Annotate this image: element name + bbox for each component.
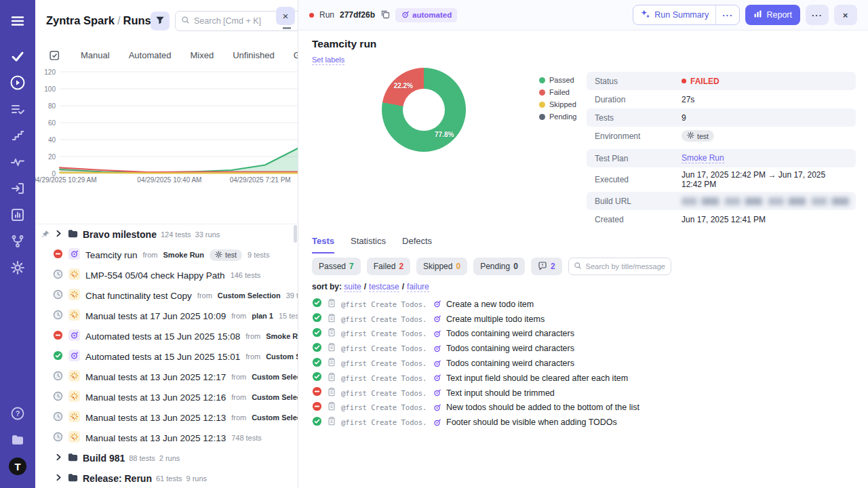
filter-pending-pill[interactable]: Pending0 xyxy=(473,258,525,275)
tab-tests[interactable]: Tests xyxy=(312,236,334,253)
tab-defects[interactable]: Defects xyxy=(402,236,432,253)
test-plan-link[interactable]: Smoke Run xyxy=(682,153,724,163)
run-summary-more-button[interactable]: ··· xyxy=(715,5,739,24)
tab-unfinished[interactable]: Unfinished xyxy=(223,46,283,64)
test-row[interactable]: @first Create Todos...Todos containing w… xyxy=(312,327,854,342)
chevron-right-icon[interactable] xyxy=(54,453,63,464)
chevron-right-icon[interactable] xyxy=(54,229,63,240)
test-title[interactable]: Text input should be trimmed xyxy=(446,388,555,398)
test-title[interactable]: Todos containing weird characters xyxy=(446,329,574,338)
filter-failed-pill[interactable]: Failed2 xyxy=(367,258,410,275)
automated-icon xyxy=(433,388,441,397)
test-title[interactable]: Create multiple todo items xyxy=(446,314,545,324)
test-suite: @first Create Todos... xyxy=(341,418,428,426)
close-run-button[interactable]: × xyxy=(834,5,857,25)
test-row[interactable]: @first Create Todos...Todos containing w… xyxy=(312,341,854,356)
report-button[interactable]: Report xyxy=(745,5,800,25)
run-group-row[interactable]: Build 98188 tests2 runs xyxy=(35,448,298,468)
run-source[interactable]: Custom Selection xyxy=(218,291,281,300)
run-row[interactable]: Manual tests at 13 Jun 2025 12:16fromCus… xyxy=(35,387,298,407)
tab-groups[interactable]: Groups xyxy=(284,46,298,64)
scrollbar-thumb[interactable] xyxy=(294,225,297,243)
gear-icon[interactable] xyxy=(6,256,29,279)
logo-t[interactable]: T xyxy=(6,455,29,478)
test-title[interactable]: Text input field should be cleared after… xyxy=(446,373,628,383)
select-all-checkbox-icon[interactable] xyxy=(49,49,60,61)
test-title[interactable]: Todos containing weird characters xyxy=(446,344,574,353)
test-row[interactable]: @first Create Todos...New todos should b… xyxy=(312,401,854,415)
run-row[interactable]: LMP-554 05/04 check Happy Path146 tests xyxy=(35,265,298,285)
test-title[interactable]: Footer should be visible when adding TOD… xyxy=(446,418,617,427)
test-title[interactable]: Create a new todo item xyxy=(446,300,534,309)
run-group-row[interactable]: Release: Rerun61 tests9 runs xyxy=(35,468,298,488)
run-source[interactable]: plan 1 xyxy=(252,312,273,320)
sort-link-testcase[interactable]: testcase xyxy=(369,282,399,292)
run-source[interactable]: Smoke Run xyxy=(266,332,298,340)
run-source[interactable]: Smoke Run xyxy=(163,251,205,259)
menu-icon[interactable] xyxy=(6,9,29,33)
bar-chart-icon[interactable] xyxy=(6,203,29,226)
sort-separator: / xyxy=(361,282,369,291)
tab-automated[interactable]: Automated xyxy=(119,46,181,64)
sign-in-icon[interactable] xyxy=(6,177,29,200)
clipboard-icon xyxy=(327,387,336,399)
automated-badge[interactable]: automated xyxy=(395,8,457,22)
run-row[interactable]: Manual tests at 13 Jun 2025 12:17fromCus… xyxy=(35,367,298,387)
donut-legend: PassedFailedSkippedPending xyxy=(539,76,576,121)
run-row[interactable]: Manual tests at 13 Jun 2025 12:13fromCus… xyxy=(35,407,298,428)
run-status-dot xyxy=(309,13,314,18)
detail-value: 27s xyxy=(682,95,694,104)
run-group-row[interactable]: Bravo milestone124 tests33 runs xyxy=(35,224,298,245)
set-labels-link[interactable]: Set labels xyxy=(312,56,344,65)
test-row[interactable]: @first Create Todos...Text input field s… xyxy=(312,371,854,386)
filter-button[interactable] xyxy=(151,12,170,30)
test-row[interactable]: @first Create Todos...Create multiple to… xyxy=(312,312,854,327)
run-from-label: from xyxy=(143,251,158,259)
sort-link-suite[interactable]: suite xyxy=(344,282,361,292)
help-icon[interactable]: ? xyxy=(6,402,29,425)
tab-manual[interactable]: Manual xyxy=(71,46,119,64)
clipboard-icon xyxy=(327,298,336,310)
filter-passed-pill[interactable]: Passed7 xyxy=(312,258,361,275)
run-row[interactable]: Manual tests at 13 Jun 2025 12:13748 tes… xyxy=(35,428,298,448)
run-source[interactable]: Custom Selection xyxy=(252,413,298,422)
automated-icon xyxy=(401,10,410,20)
test-row[interactable]: @first Create Todos...Text input should … xyxy=(312,386,854,401)
tab-mixed[interactable]: Mixed xyxy=(181,46,224,64)
steps-icon[interactable] xyxy=(6,124,29,147)
sort-link-failure[interactable]: failure xyxy=(407,282,429,292)
list-check-icon[interactable] xyxy=(6,98,29,121)
donut-slice-label: 77.8% xyxy=(435,131,454,138)
breadcrumb-project[interactable]: Zyntra Spark xyxy=(46,14,115,26)
panel-close-button[interactable]: × xyxy=(276,7,295,25)
copy-run-id-button[interactable] xyxy=(380,9,390,21)
filter-comments-pill[interactable]: 2 xyxy=(531,258,562,275)
pulse-icon[interactable] xyxy=(6,150,29,174)
run-row[interactable]: Automated tests at 15 Jun 2025 15:08from… xyxy=(35,326,298,346)
test-row[interactable]: @first Create Todos...Create a new todo … xyxy=(312,297,854,312)
run-source[interactable]: Custom Selection xyxy=(252,373,298,381)
filter-skipped-pill[interactable]: Skipped0 xyxy=(416,258,467,275)
chevron-right-icon[interactable] xyxy=(54,473,63,484)
tests-search-input[interactable] xyxy=(586,262,666,270)
test-title[interactable]: Todos containing weird characters xyxy=(446,359,574,368)
run-summary-button[interactable]: Run Summary xyxy=(633,5,715,24)
test-row[interactable]: @first Create Todos...Footer should be v… xyxy=(312,415,854,430)
run-source[interactable]: Custom Selection xyxy=(252,393,298,401)
play-circle-icon[interactable] xyxy=(6,71,29,94)
test-row[interactable]: @first Create Todos...Todos containing w… xyxy=(312,356,854,371)
legend-label: Passed xyxy=(549,76,574,84)
check-icon[interactable] xyxy=(6,45,29,68)
folder-icon[interactable] xyxy=(6,428,29,451)
run-row[interactable]: Automated tests at 15 Jun 2025 15:01from… xyxy=(35,346,298,367)
run-source[interactable]: Custom Selection xyxy=(266,352,298,361)
run-row[interactable]: Teamcity runfromSmoke Runtest9 tests xyxy=(35,245,298,265)
test-title[interactable]: New todos should be added to the bottom … xyxy=(446,403,639,412)
more-actions-button[interactable]: ··· xyxy=(806,5,829,25)
folder-icon xyxy=(67,451,79,465)
branch-icon[interactable] xyxy=(6,230,29,253)
run-row[interactable]: Manual tests at 17 Jun 2025 10:09frompla… xyxy=(35,306,298,326)
automated-icon xyxy=(433,329,441,338)
tab-statistics[interactable]: Statistics xyxy=(351,236,386,253)
run-row[interactable]: Chat functinality test CopyfromCustom Se… xyxy=(35,285,298,306)
